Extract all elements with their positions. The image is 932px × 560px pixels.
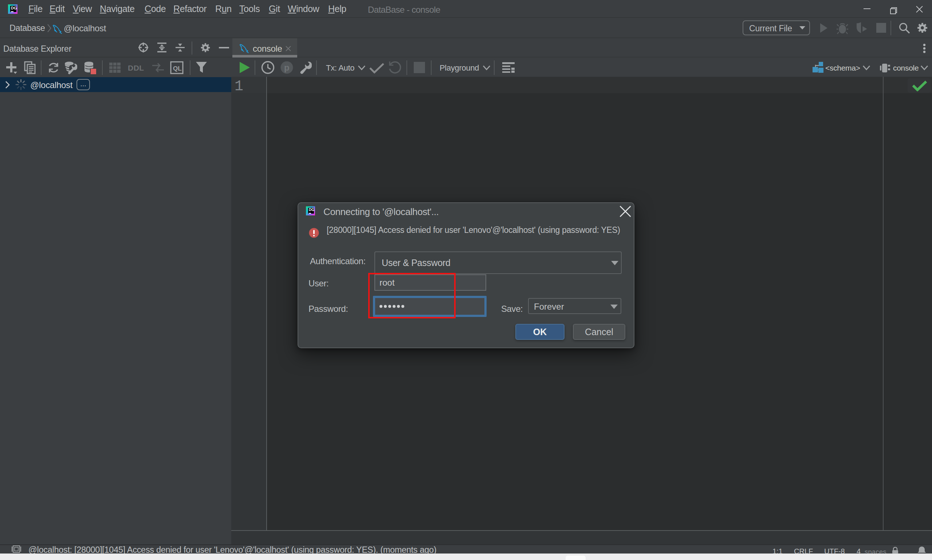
svg-text:p: p [284, 63, 290, 72]
svg-text:QL: QL [173, 65, 182, 72]
